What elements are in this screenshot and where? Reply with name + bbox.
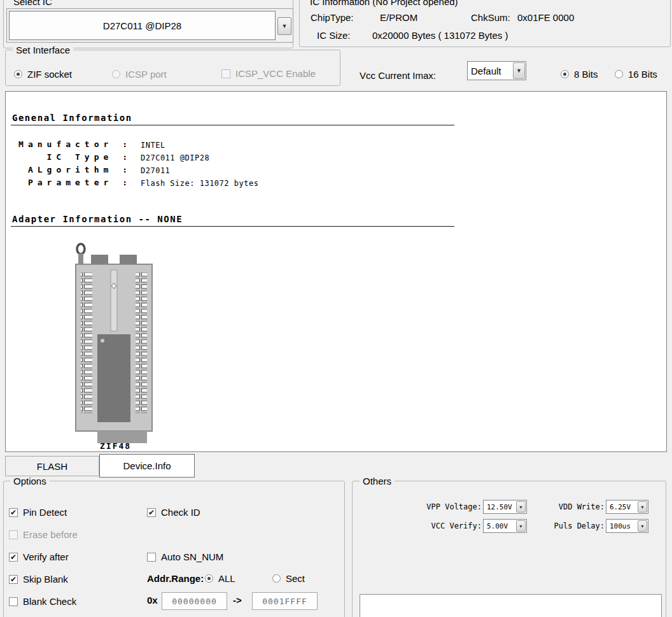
erase-before-checkbox[interactable]: Erase before	[9, 529, 78, 540]
ic-size-label: IC Size:	[317, 30, 351, 41]
vdd-write-dropdown[interactable]: 6.25V ▼	[606, 500, 648, 514]
vpp-voltage-value: 12.50V	[484, 503, 515, 511]
others-display-panel	[360, 594, 662, 617]
section-divider	[11, 125, 454, 125]
info-row-value: INTEL	[141, 141, 165, 150]
info-row-value: D27C011 @DIP28	[141, 153, 209, 162]
vcc-verify-dropdown-button[interactable]: ▼	[516, 520, 526, 532]
vcc-verify-dropdown[interactable]: 5.00V ▼	[483, 519, 527, 533]
addr-arrow-label: ->	[233, 595, 242, 606]
vcc-current-dropdown-button[interactable]: ▼	[513, 62, 525, 79]
vcc-current-dropdown[interactable]: Default ▼	[467, 61, 526, 80]
addr-range-label: Addr.Range:	[147, 573, 204, 584]
checkbox-icon	[221, 69, 230, 78]
bits-16-radio[interactable]: 16 Bits	[615, 69, 657, 80]
programmer-app-window: Select IC D27C011 @DIP28 ▼ IC Informatio…	[0, 0, 672, 617]
tab-device-info[interactable]: Device.Info	[99, 454, 195, 478]
vpp-voltage-label: VPP Voltage:	[410, 502, 482, 511]
adapter-information-title: Adapter Information -- NONE	[12, 214, 183, 224]
check-id-label: Check ID	[161, 507, 200, 518]
chksum-value: 0x01FE 0000	[517, 12, 574, 23]
checkbox-icon	[9, 597, 18, 606]
checkbox-icon: ✔	[147, 508, 156, 517]
puls-delay-label: Puls Delay:	[543, 521, 605, 530]
check-icon: ✔	[10, 509, 17, 516]
puls-delay-dropdown-button[interactable]: ▼	[638, 520, 647, 532]
chip-type-value: E/PROM	[380, 12, 417, 23]
select-ic-dropdown-button[interactable]: ▼	[277, 17, 291, 35]
verify-after-label: Verify after	[23, 551, 69, 562]
checkbox-icon	[147, 553, 156, 562]
addr-range-sect-label: Sect	[286, 573, 305, 584]
pin-detect-label: Pin Detect	[23, 507, 67, 518]
radio-icon	[615, 70, 623, 78]
skip-blank-checkbox[interactable]: ✔ Skip Blank	[9, 574, 68, 585]
skip-blank-label: Skip Blank	[23, 574, 68, 585]
info-row-label: IC Type :	[11, 152, 132, 162]
dropdown-arrow-icon: ▼	[640, 524, 645, 528]
blank-check-label: Blank Check	[23, 596, 76, 607]
zif-socket-radio[interactable]: ZIF socket	[14, 69, 72, 80]
info-row-label: Parameter :	[11, 178, 132, 187]
checkbox-icon: ✔	[9, 575, 18, 584]
info-row-label: ALgorithm :	[11, 165, 132, 174]
ic-info-group-label: IC Information (No Project opened)	[307, 0, 461, 7]
hex-prefix-label: 0x	[147, 595, 158, 606]
bits-16-radio-label: 16 Bits	[628, 69, 657, 80]
bits-8-radio[interactable]: 8 Bits	[561, 69, 598, 80]
tab-device-info-label: Device.Info	[123, 460, 171, 471]
chip-type-label: ChipType:	[311, 12, 354, 23]
vdd-write-label: VDD Write:	[543, 502, 605, 511]
addr-range-all-label: ALL	[218, 573, 235, 584]
addr-range-sect-radio[interactable]: Sect	[272, 573, 305, 584]
checkbox-icon: ✔	[9, 553, 18, 562]
check-icon: ✔	[10, 576, 17, 583]
set-interface-group-label: Set Interface	[13, 45, 73, 55]
icsp-port-radio[interactable]: ICSP port	[112, 69, 167, 80]
puls-delay-dropdown[interactable]: 100us ▼	[606, 519, 648, 533]
radio-icon	[561, 70, 569, 78]
dropdown-arrow-icon: ▼	[519, 505, 523, 509]
radio-icon	[112, 70, 120, 78]
dropdown-arrow-icon: ▼	[640, 505, 645, 509]
select-ic-combobox-frame: D27C011 @DIP28 ▼	[6, 8, 293, 43]
chksum-label: ChkSum:	[471, 12, 510, 23]
pin-detect-checkbox[interactable]: ✔ Pin Detect	[9, 507, 67, 518]
vpp-voltage-dropdown-button[interactable]: ▼	[516, 501, 526, 513]
section-divider	[11, 226, 454, 227]
vdd-write-dropdown-button[interactable]: ▼	[638, 501, 647, 513]
ic-size-value: 0x20000 Bytes ( 131072 Bytes )	[372, 30, 508, 41]
zif-socket-radio-label: ZIF socket	[27, 69, 72, 80]
erase-before-label: Erase before	[23, 529, 78, 540]
auto-sn-num-checkbox[interactable]: Auto SN_NUM	[147, 551, 223, 562]
puls-delay-value: 100us	[606, 522, 637, 530]
check-id-checkbox[interactable]: ✔ Check ID	[147, 507, 200, 518]
icsp-port-radio-label: ICSP port	[125, 69, 167, 80]
radio-icon	[14, 70, 22, 78]
vcc-current-label: Vcc Current Imax:	[360, 70, 436, 81]
tab-flash[interactable]: FLASH	[5, 456, 99, 476]
checkbox-icon	[9, 530, 18, 539]
dropdown-arrow-icon: ▼	[282, 24, 288, 29]
options-group-label: Options	[10, 476, 50, 486]
checkbox-icon: ✔	[9, 508, 18, 517]
vdd-write-value: 6.25V	[606, 503, 637, 511]
select-ic-group-label: Select IC	[10, 0, 55, 7]
auto-sn-num-label: Auto SN_NUM	[161, 551, 223, 562]
vcc-verify-label: VCC Verify:	[410, 521, 482, 530]
zif-socket-graphic	[72, 241, 156, 443]
dropdown-arrow-icon: ▼	[519, 524, 523, 528]
addr-from-input[interactable]: 00000000	[162, 592, 227, 610]
radio-icon	[272, 574, 281, 583]
select-ic-combobox[interactable]: D27C011 @DIP28	[9, 11, 276, 40]
check-icon: ✔	[148, 509, 155, 516]
vcc-verify-value: 5.00V	[484, 522, 515, 530]
blank-check-checkbox[interactable]: Blank Check	[9, 596, 76, 607]
addr-range-all-radio[interactable]: ALL	[205, 573, 235, 584]
check-icon: ✔	[10, 553, 17, 561]
vpp-voltage-dropdown[interactable]: 12.50V ▼	[483, 500, 527, 514]
verify-after-checkbox[interactable]: ✔ Verify after	[9, 551, 69, 562]
icsp-vcc-checkbox[interactable]: ICSP_VCC Enable	[221, 68, 316, 79]
info-row-value: D27011	[141, 166, 170, 175]
addr-to-input[interactable]: 0001FFFF	[252, 592, 318, 610]
